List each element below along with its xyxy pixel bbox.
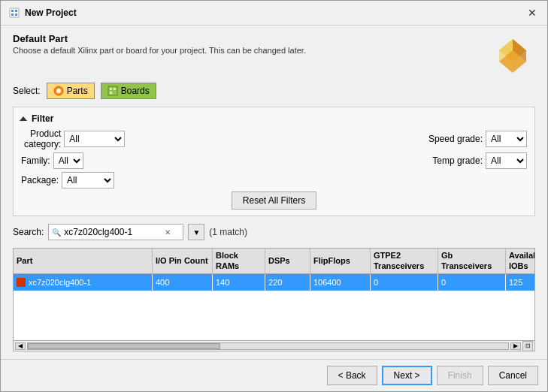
search-dropdown-button[interactable]: ▼ <box>188 224 204 240</box>
cell-dsps: 220 <box>265 274 310 291</box>
col-dsps: DSPs <box>265 249 310 273</box>
back-button[interactable]: < Back <box>327 366 377 385</box>
finish-label: Finish <box>448 370 472 381</box>
svg-rect-1 <box>11 10 14 12</box>
new-project-dialog: New Project ✕ Default Part Choose a defa… <box>0 0 548 392</box>
search-label: Search: <box>13 227 44 237</box>
parts-icon <box>53 86 64 96</box>
parts-table: Part I/O Pin Count Block RAMs DSPs FlipF… <box>13 248 535 351</box>
cell-io-pin: 400 <box>153 274 213 291</box>
cell-gb-transceivers: 0 <box>438 274 506 291</box>
family-select[interactable]: All <box>53 152 83 169</box>
search-input-wrapper: 🔍 ✕ <box>48 224 183 240</box>
filter-row-1: Product category: All Speed grade: All <box>21 128 527 149</box>
table-body: xc7z020clg400-1 400 140 220 106400 0 0 1… <box>14 274 534 340</box>
filter-row-3: Package: All <box>21 172 527 188</box>
header-area: Default Part Choose a default Xilinx par… <box>13 33 535 78</box>
filter-title-text: Filter <box>32 113 53 124</box>
scroll-resize-button[interactable]: ⊡ <box>522 341 533 351</box>
speed-grade-item: Speed grade: All <box>428 131 527 147</box>
scroll-right-arrow[interactable]: ▶ <box>510 342 521 350</box>
reset-btn-row: Reset All Filters <box>21 191 527 210</box>
family-label: Family: <box>21 155 50 166</box>
back-label: < Back <box>338 370 366 381</box>
col-flipflops: FlipFlops <box>310 249 371 273</box>
svg-rect-14 <box>110 92 112 94</box>
col-io-pin: I/O Pin Count <box>153 249 213 273</box>
filter-section: Filter Product category: All Speed grade… <box>13 107 535 216</box>
cell-gtpe2: 0 <box>371 274 438 291</box>
match-text: (1 match) <box>209 227 247 237</box>
filter-row-2: Family: All Temp grade: All <box>21 152 527 169</box>
col-available-iobs: Available IOBs <box>506 249 535 273</box>
col-gtpe2: GTPE2 Transceivers <box>371 249 438 273</box>
search-row: Search: 🔍 ✕ ▼ (1 match) <box>13 224 535 240</box>
cell-available-iobs: 125 <box>506 274 534 291</box>
logo-area <box>490 33 535 78</box>
cancel-button[interactable]: Cancel <box>488 366 538 385</box>
svg-rect-13 <box>114 88 116 90</box>
collapse-arrow-icon[interactable] <box>20 116 27 121</box>
cancel-label: Cancel <box>499 370 527 381</box>
product-category-item: Product category: All <box>21 128 125 149</box>
package-select[interactable]: All <box>62 172 114 188</box>
parts-tab[interactable]: Parts <box>47 83 95 99</box>
svg-rect-3 <box>11 14 14 16</box>
package-label: Package: <box>21 175 59 185</box>
xilinx-logo <box>492 35 534 77</box>
col-block-rams: Block RAMs <box>213 249 265 273</box>
speed-grade-select[interactable]: All <box>486 131 527 147</box>
parts-tab-label: Parts <box>67 86 88 96</box>
svg-point-10 <box>56 89 61 93</box>
temp-grade-select[interactable]: All <box>486 152 527 169</box>
family-item: Family: All <box>21 152 83 169</box>
col-part: Part <box>14 249 153 273</box>
boards-tab[interactable]: Boards <box>101 83 156 99</box>
search-input[interactable] <box>64 227 162 237</box>
svg-rect-11 <box>108 86 117 95</box>
temp-grade-label: Temp grade: <box>432 155 483 166</box>
package-item: Package: All <box>21 172 114 188</box>
horizontal-scrollbar[interactable]: ◀ ▶ ⊡ <box>14 340 534 351</box>
title-bar: New Project ✕ <box>1 1 547 26</box>
scrollbar-track[interactable] <box>27 342 509 350</box>
search-clear-icon[interactable]: ✕ <box>165 228 171 237</box>
reset-filters-button[interactable]: Reset All Filters <box>232 191 316 210</box>
next-label: Next > <box>394 370 420 381</box>
scroll-left-button[interactable]: ◀ <box>15 342 26 350</box>
bottom-bar: < Back Next > Finish Cancel <box>1 359 547 391</box>
cell-block-rams: 140 <box>213 274 265 291</box>
svg-rect-4 <box>15 14 17 16</box>
boards-tab-label: Boards <box>121 86 150 96</box>
speed-grade-label: Speed grade: <box>428 134 483 144</box>
search-icon: 🔍 <box>52 228 61 237</box>
temp-grade-item: Temp grade: All <box>432 152 527 169</box>
product-category-label: Product category: <box>21 128 61 149</box>
header-text: Default Part Choose a default Xilinx par… <box>13 33 490 59</box>
select-row: Select: Parts Boards <box>13 83 535 99</box>
svg-rect-0 <box>10 8 19 17</box>
cell-flipflops: 106400 <box>310 274 371 291</box>
next-button[interactable]: Next > <box>382 366 432 385</box>
product-category-select[interactable]: All <box>64 131 125 147</box>
part-value: xc7z020clg400-1 <box>29 278 91 287</box>
svg-rect-2 <box>15 10 17 12</box>
chip-icon <box>17 278 26 287</box>
table-row[interactable]: xc7z020clg400-1 400 140 220 106400 0 0 1… <box>14 274 534 291</box>
filter-title: Filter <box>21 113 527 124</box>
section-title: Default Part <box>13 33 490 44</box>
title-bar-left: New Project <box>8 7 77 19</box>
cell-part: xc7z020clg400-1 <box>14 274 153 291</box>
scrollbar-thumb[interactable] <box>28 343 220 349</box>
app-icon <box>8 7 20 19</box>
table-header: Part I/O Pin Count Block RAMs DSPs FlipF… <box>14 249 534 274</box>
dialog-title: New Project <box>25 8 77 18</box>
select-label: Select: <box>13 86 41 96</box>
close-button[interactable]: ✕ <box>525 5 540 20</box>
col-gb-transceivers: Gb Transceivers <box>438 249 506 273</box>
dialog-content: Default Part Choose a default Xilinx par… <box>1 26 547 359</box>
finish-button[interactable]: Finish <box>437 366 483 385</box>
boards-icon <box>107 86 118 96</box>
svg-rect-12 <box>110 88 112 90</box>
section-desc: Choose a default Xilinx part or board fo… <box>13 46 490 55</box>
